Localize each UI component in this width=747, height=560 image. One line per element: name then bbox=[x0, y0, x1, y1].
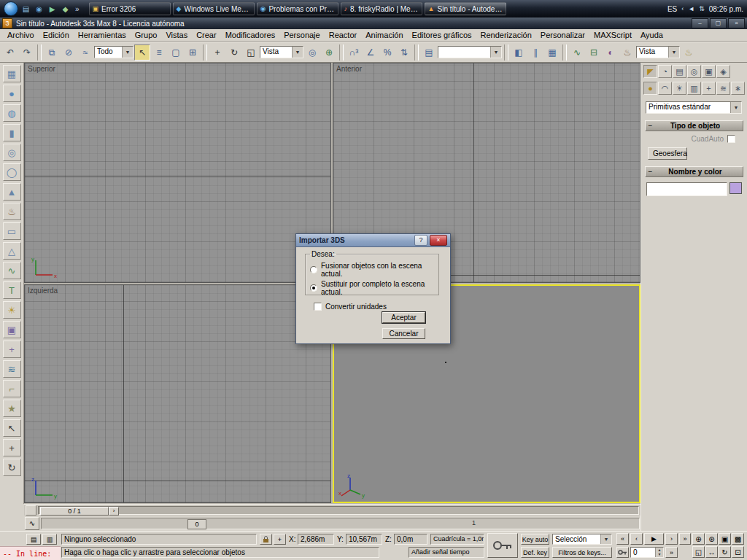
hierarchy-tab-icon[interactable]: ▤ bbox=[673, 65, 686, 78]
reference-coordinate-select[interactable]: Vista ▼ bbox=[260, 46, 303, 58]
cancelar-button[interactable]: Cancelar bbox=[382, 328, 425, 339]
schematic-view-icon[interactable]: ⊟ bbox=[586, 44, 602, 61]
menu-item[interactable]: Crear bbox=[192, 31, 221, 39]
snap-toggle-icon[interactable]: ∩³ bbox=[346, 44, 362, 61]
select-and-manipulate-icon[interactable]: ⊕ bbox=[321, 44, 337, 61]
camera-tool-icon[interactable]: ▣ bbox=[3, 321, 21, 338]
bind-to-space-warp-icon[interactable]: ≈ bbox=[77, 44, 93, 61]
select-and-link-icon[interactable]: ⧉ bbox=[44, 44, 60, 61]
hidden-icons-chevron[interactable]: ‹ bbox=[681, 5, 684, 12]
rotate-tool-icon[interactable]: ↻ bbox=[3, 459, 21, 476]
object-category-select[interactable]: Primitivas estándar ▼ bbox=[646, 101, 742, 114]
zoom-extents-icon[interactable]: ▣ bbox=[719, 533, 731, 545]
zoom-extents-all-icon[interactable]: ▩ bbox=[732, 533, 744, 545]
close-icon[interactable]: × bbox=[430, 235, 447, 246]
aceptar-button[interactable]: Aceptar bbox=[382, 312, 425, 323]
select-object-icon[interactable]: ↖ bbox=[134, 44, 150, 61]
track-bar-track[interactable]: 0 1 bbox=[41, 518, 640, 529]
previous-frame-button[interactable]: ‹ bbox=[630, 533, 643, 545]
selection-filter-select[interactable]: Todo ▼ bbox=[94, 46, 133, 58]
menu-item[interactable]: Vistas bbox=[161, 31, 192, 39]
motion-tab-icon[interactable]: ◎ bbox=[687, 65, 701, 78]
volume-icon[interactable]: ◄ bbox=[688, 5, 694, 12]
dialog-title-bar[interactable]: Importar 3DS ? × bbox=[296, 234, 450, 247]
cylinder-primitive-icon[interactable]: ▮ bbox=[3, 124, 21, 141]
go-to-end-button[interactable]: » bbox=[679, 533, 691, 545]
zoom-all-icon[interactable]: ⊛ bbox=[705, 533, 718, 545]
select-tool-icon[interactable]: ↖ bbox=[3, 419, 21, 437]
menu-item[interactable]: Animación bbox=[361, 31, 407, 39]
named-selection-set-select[interactable]: ▼ bbox=[438, 46, 502, 58]
key-mode-toggle-button[interactable] bbox=[616, 547, 629, 558]
helper-tool-icon[interactable]: + bbox=[3, 341, 21, 358]
material-editor-icon[interactable]: ◐ bbox=[603, 44, 619, 61]
helpers-category-icon[interactable]: + bbox=[702, 82, 716, 95]
menu-item[interactable]: Editores gráficos bbox=[408, 31, 476, 39]
shapes-category-icon[interactable]: ◠ bbox=[658, 82, 672, 95]
radio-sustituir-escena[interactable]: Sustituir por completo la escena actual. bbox=[310, 280, 434, 296]
show-desktop-icon[interactable]: ▤ bbox=[20, 3, 32, 15]
z-coordinate-field[interactable]: 0,0m bbox=[394, 534, 427, 545]
set-key-button[interactable] bbox=[487, 533, 518, 558]
display-tab-icon[interactable]: ▣ bbox=[702, 65, 716, 78]
mirror-icon[interactable]: ◧ bbox=[511, 44, 527, 61]
mini-curve-editor-button[interactable]: ∿ bbox=[25, 517, 39, 530]
selection-set-select[interactable]: Selección ▼ bbox=[552, 534, 612, 545]
undo-icon[interactable]: ↶ bbox=[2, 44, 18, 61]
minimize-button[interactable]: – bbox=[692, 18, 708, 28]
previous-frame-arrow[interactable] bbox=[26, 505, 36, 516]
maxscript-listener-button[interactable]: ▤ bbox=[26, 534, 41, 545]
pyramid-primitive-icon[interactable]: ▲ bbox=[3, 183, 21, 201]
current-frame-spinner[interactable]: 0 ▲ ▼ bbox=[630, 547, 664, 558]
x-coordinate-field[interactable]: 2,686m bbox=[298, 534, 334, 545]
checkbox-icon[interactable] bbox=[314, 303, 322, 311]
percent-snap-icon[interactable]: % bbox=[379, 44, 395, 61]
angle-snap-icon[interactable]: ∠ bbox=[363, 44, 379, 61]
pan-icon[interactable]: ↔ bbox=[705, 546, 718, 558]
select-and-move-icon[interactable]: + bbox=[209, 44, 225, 61]
menu-item[interactable]: Personalizar bbox=[536, 31, 589, 39]
space-warps-category-icon[interactable]: ≋ bbox=[716, 82, 730, 95]
align-icon[interactable]: ∥ bbox=[527, 44, 543, 61]
task-windows-live-messenger[interactable]: ◆ Windows Live Mess... bbox=[173, 2, 255, 15]
arc-rotate-icon[interactable]: ↻ bbox=[719, 546, 731, 558]
cone-primitive-icon[interactable]: △ bbox=[3, 242, 21, 260]
text-tool-icon[interactable]: T bbox=[3, 281, 21, 299]
maximize-button[interactable]: ▢ bbox=[710, 18, 727, 28]
spline-tool-icon[interactable]: ∿ bbox=[3, 262, 21, 279]
spinner-down-icon[interactable]: ▼ bbox=[656, 552, 663, 556]
task-error-3206[interactable]: ▣ Error 3206 bbox=[89, 2, 171, 15]
viewport-superior[interactable]: Superior y x bbox=[24, 63, 331, 283]
task-problemas-con-prog[interactable]: ◉ Problemas con Prog... bbox=[257, 2, 338, 15]
taskbar-clock[interactable]: 08:26 p.m. bbox=[709, 5, 743, 13]
key-auto-button[interactable]: Key auto bbox=[521, 534, 549, 545]
spinner-snap-icon[interactable]: ⇅ bbox=[396, 44, 412, 61]
spinner-arrows[interactable]: ▲ ▼ bbox=[655, 548, 663, 557]
quick-render-icon[interactable]: ♨ bbox=[681, 44, 697, 61]
messenger-icon[interactable]: ◆ bbox=[59, 3, 71, 15]
rollout-name-color[interactable]: − Nombre y color bbox=[645, 166, 743, 177]
task-friskyradio[interactable]: ♪ 8. friskyRadio | Mest... bbox=[341, 2, 422, 15]
taskbar-overflow-chevron[interactable]: » bbox=[73, 5, 82, 13]
next-frame-button[interactable]: › bbox=[665, 533, 678, 545]
go-to-start-button[interactable]: « bbox=[616, 533, 629, 545]
space-warp-tool-icon[interactable]: ≋ bbox=[3, 360, 21, 378]
redo-icon[interactable]: ↷ bbox=[19, 44, 35, 61]
sphere-primitive-icon[interactable]: ● bbox=[3, 85, 21, 102]
menu-item[interactable]: MAXScript bbox=[589, 31, 636, 39]
internet-explorer-icon[interactable]: ◉ bbox=[33, 3, 45, 15]
close-button[interactable]: × bbox=[728, 18, 745, 28]
language-indicator[interactable]: ES bbox=[667, 5, 677, 13]
y-coordinate-field[interactable]: 10,567m bbox=[346, 534, 382, 545]
macro-recorder-button[interactable]: ▥ bbox=[42, 534, 57, 545]
maximize-viewport-toggle-icon[interactable]: ⊡ bbox=[732, 546, 744, 558]
render-type-select[interactable]: Vista ▼ bbox=[636, 46, 680, 58]
geosphere-primitive-icon[interactable]: ◍ bbox=[3, 104, 21, 122]
default-key-settings-button[interactable]: Def. key bbox=[521, 547, 549, 558]
time-slider-track[interactable]: 0 / 1 › bbox=[38, 506, 639, 515]
select-and-rotate-icon[interactable]: ↻ bbox=[226, 44, 242, 61]
menu-item[interactable]: Grupo bbox=[131, 31, 162, 39]
network-icon[interactable]: ⇅ bbox=[699, 5, 705, 12]
time-slider-thumb[interactable]: 0 / 1 bbox=[40, 507, 109, 516]
play-button[interactable]: ▶ bbox=[644, 533, 664, 545]
